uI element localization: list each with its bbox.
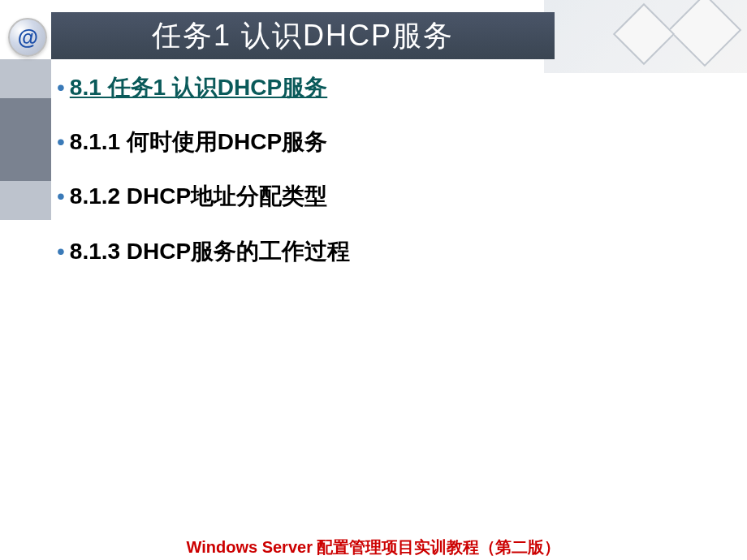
list-item: • 8.1.1 何时使用DHCP服务 — [57, 126, 690, 157]
toc-text: 8.1.3 DHCP服务的工作过程 — [70, 235, 350, 267]
content-area: • 8.1 任务1 认识DHCP服务 • 8.1.1 何时使用DHCP服务 • … — [57, 71, 690, 290]
list-item: • 8.1.2 DHCP地址分配类型 — [57, 180, 690, 212]
bullet-icon: • — [57, 71, 65, 103]
slide-title: 任务1 认识DHCP服务 — [152, 16, 454, 56]
sidebar-block — [0, 59, 51, 98]
footer: Windows Server 配置管理项目实训教程（第二版） — [0, 536, 747, 558]
left-sidebar — [0, 59, 51, 546]
list-item: • 8.1.3 DHCP服务的工作过程 — [57, 235, 690, 267]
toc-link[interactable]: 8.1 任务1 认识DHCP服务 — [70, 71, 327, 103]
bullet-icon: • — [57, 180, 65, 212]
sidebar-block — [0, 98, 51, 181]
bullet-icon: • — [57, 235, 65, 267]
bullet-icon: • — [57, 126, 65, 157]
sidebar-block — [0, 181, 51, 220]
footer-text: Windows Server 配置管理项目实训教程（第二版） — [187, 538, 561, 556]
toc-text: 8.1.2 DHCP地址分配类型 — [70, 180, 327, 212]
title-bar: 任务1 认识DHCP服务 — [51, 12, 555, 59]
at-icon: @ — [8, 18, 47, 57]
list-item: • 8.1 任务1 认识DHCP服务 — [57, 71, 690, 103]
at-symbol: @ — [17, 25, 37, 50]
toc-text: 8.1.1 何时使用DHCP服务 — [70, 126, 327, 157]
header-decoration — [544, 0, 747, 73]
